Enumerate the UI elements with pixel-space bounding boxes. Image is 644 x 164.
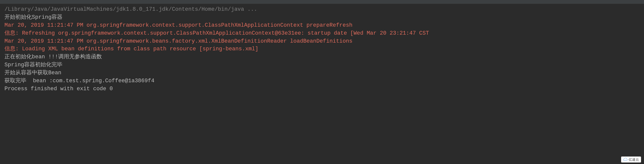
console-line: Mar 20, 2019 11:21:47 PM org.springframe… [4, 37, 641, 45]
console-line: 获取完毕 bean :com.test.spring.Coffee@1a3869… [4, 77, 641, 85]
console-line: 正在初始化bean !!!调用无参构造函数 [4, 53, 641, 61]
console-line: Mar 20, 2019 11:21:47 PM org.springframe… [4, 21, 641, 29]
toolbar-strip [0, 0, 644, 4]
console-line: Spring容器初始化完毕 [4, 61, 641, 69]
console-line: /Library/Java/JavaVirtualMachines/jdk1.8… [4, 6, 641, 14]
console-output[interactable]: /Library/Java/JavaVirtualMachines/jdk1.8… [0, 4, 644, 95]
console-line: 信息: Refreshing org.springframework.conte… [4, 29, 641, 37]
console-line: 信息: Loading XML bean definitions from cl… [4, 45, 641, 53]
console-line: Process finished with exit code 0 [4, 85, 641, 93]
console-line: 开始初始化Spring容器 [4, 14, 641, 21]
console-line: 开始从容器中获取Bean [4, 69, 641, 77]
